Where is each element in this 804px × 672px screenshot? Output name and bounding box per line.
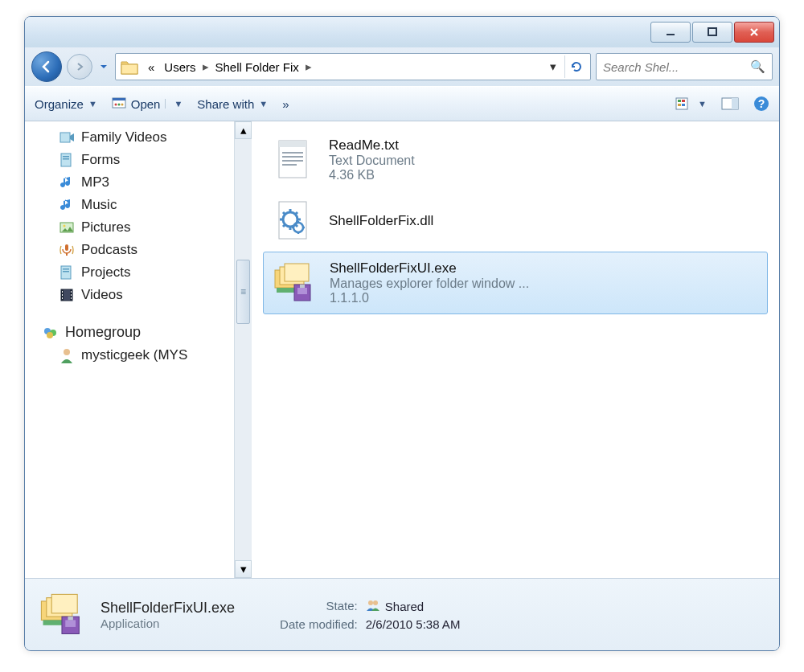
file-name: ShellFolderFixUI.exe (330, 260, 529, 277)
content-area: Family Videos Forms MP3 Music Pictures P… (25, 121, 779, 578)
view-menu[interactable]: ▼ (675, 96, 707, 111)
svg-rect-31 (62, 291, 63, 293)
search-placeholder: Search Shel... (603, 60, 679, 74)
scroll-thumb[interactable] (236, 260, 250, 324)
scroll-up-button[interactable]: ▴ (235, 121, 252, 139)
svg-rect-10 (682, 100, 685, 102)
sidebar-homegroup[interactable]: Homegroup (25, 321, 234, 344)
svg-rect-23 (65, 244, 68, 251)
svg-rect-12 (682, 104, 685, 106)
file-desc: Manages explorer folder window ... (330, 277, 529, 291)
address-bar[interactable]: « Users ▸ Shell Folder Fix ▸ ▾ (115, 53, 591, 80)
svg-rect-32 (62, 294, 63, 296)
svg-point-22 (64, 225, 66, 227)
details-type: Application (100, 617, 235, 630)
sidebar-item[interactable]: Videos (25, 284, 234, 306)
back-button[interactable] (31, 51, 62, 82)
sidebar-item[interactable]: Forms (25, 149, 234, 171)
svg-rect-19 (63, 156, 69, 158)
sidebar-item[interactable]: Music (25, 194, 234, 216)
help-button[interactable]: ? (753, 96, 769, 112)
nav-history-dropdown[interactable] (97, 63, 110, 71)
svg-rect-55 (297, 288, 307, 294)
svg-rect-14 (732, 98, 738, 109)
svg-rect-42 (279, 141, 306, 147)
sidebar-user[interactable]: mysticgeek (MYS (25, 344, 234, 367)
video-icon (59, 129, 75, 145)
minimize-button[interactable] (650, 22, 691, 43)
details-state-label: State: (280, 599, 358, 614)
svg-rect-9 (678, 100, 681, 102)
svg-rect-18 (61, 154, 71, 166)
open-button[interactable]: Open▼ (112, 96, 183, 113)
svg-rect-45 (282, 160, 303, 162)
scroll-down-button[interactable]: ▾ (235, 560, 252, 578)
file-item[interactable]: ShellFolderFix.dll (263, 191, 768, 252)
svg-point-5 (114, 103, 117, 105)
file-item[interactable]: ReadMe.txt Text Document 4.36 KB (263, 129, 768, 191)
svg-rect-59 (51, 594, 77, 613)
svg-rect-26 (63, 268, 69, 270)
more-commands[interactable]: » (282, 97, 289, 111)
forward-button[interactable] (67, 54, 92, 80)
podcast-icon (59, 242, 75, 258)
sidebar-scrollbar[interactable]: ▴ ▾ (234, 121, 252, 578)
svg-rect-0 (667, 34, 675, 35)
sidebar-item[interactable]: Podcasts (25, 239, 234, 261)
file-name: ReadMe.txt (329, 137, 415, 154)
file-size: 4.36 KB (329, 168, 415, 182)
svg-rect-33 (62, 297, 63, 299)
file-version: 1.1.1.0 (330, 291, 529, 305)
refresh-button[interactable] (564, 55, 587, 78)
svg-text:?: ? (758, 97, 765, 110)
details-icon (36, 589, 88, 641)
svg-rect-25 (61, 266, 71, 279)
svg-rect-44 (282, 156, 303, 158)
organize-menu[interactable]: Organize▼ (35, 97, 97, 111)
svg-point-40 (64, 349, 70, 355)
search-input[interactable]: Search Shel... 🔍 (596, 53, 773, 80)
explorer-window: « Users ▸ Shell Folder Fix ▸ ▾ Search Sh… (24, 16, 780, 651)
file-name: ShellFolderFix.dll (329, 213, 433, 229)
svg-rect-63 (68, 617, 72, 620)
file-list: ReadMe.txt Text Document 4.36 KB ShellFo… (252, 121, 779, 578)
svg-rect-27 (63, 271, 69, 272)
svg-rect-46 (282, 164, 297, 166)
share-menu[interactable]: Share with▼ (197, 97, 268, 111)
breadcrumb-current[interactable]: Shell Folder Fix (211, 60, 304, 74)
sidebar-item[interactable]: Projects (25, 261, 234, 284)
svg-rect-4 (113, 98, 125, 100)
sidebar-item[interactable]: MP3 (25, 171, 234, 194)
details-modified-value: 2/6/2010 5:38 AM (366, 617, 461, 631)
svg-rect-35 (71, 294, 72, 296)
address-dropdown[interactable]: ▾ (545, 59, 561, 74)
app-icon (112, 96, 126, 113)
preview-pane-button[interactable] (721, 96, 739, 111)
svg-point-64 (368, 600, 373, 605)
svg-rect-20 (63, 158, 69, 160)
svg-rect-1 (708, 28, 716, 35)
svg-rect-36 (71, 297, 72, 299)
sidebar-item[interactable]: Pictures (25, 216, 234, 239)
svg-rect-52 (285, 264, 309, 281)
sidebar-item[interactable]: Family Videos (25, 126, 234, 149)
svg-point-65 (373, 600, 378, 605)
svg-rect-62 (65, 620, 76, 627)
breadcrumb-sep-end: ▸ (304, 59, 314, 74)
breadcrumb-sep: ▸ (201, 59, 211, 74)
shared-icon (366, 599, 380, 614)
details-state-value: Shared (366, 599, 461, 614)
scroll-track[interactable] (235, 139, 252, 560)
maximize-button[interactable] (692, 22, 732, 43)
svg-rect-34 (71, 291, 72, 293)
music-icon (59, 174, 75, 191)
breadcrumb-parent[interactable]: Users (159, 60, 200, 74)
svg-rect-43 (282, 152, 303, 154)
toolbar: Organize▼ Open▼ Share with▼ » ▼ ? (25, 86, 779, 121)
folder-icon (119, 56, 140, 77)
dll-icon (269, 197, 318, 245)
file-item-selected[interactable]: ShellFolderFixUI.exe Manages explorer fo… (263, 252, 768, 314)
details-name: ShellFolderFixUI.exe (100, 600, 235, 617)
svg-point-39 (47, 332, 53, 338)
close-button[interactable] (734, 22, 774, 43)
